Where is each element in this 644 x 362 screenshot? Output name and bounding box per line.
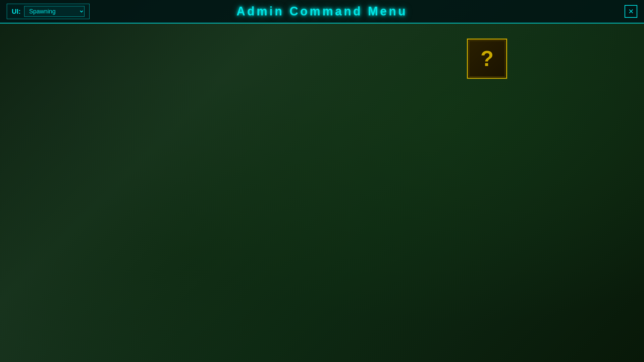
ui-mode-dropdown[interactable]: Spawning	[24, 6, 85, 17]
question-mark-icon: ?	[480, 46, 493, 71]
ui-label: UI:	[12, 8, 21, 15]
item-icon: ?	[467, 39, 507, 79]
close-button[interactable]: ✕	[625, 5, 637, 18]
header: UI: Spawning Admin Command Menu ✕	[0, 0, 644, 23]
page-title: Admin Command Menu	[236, 4, 408, 18]
ui-dropdown-section: UI: Spawning	[7, 4, 90, 19]
